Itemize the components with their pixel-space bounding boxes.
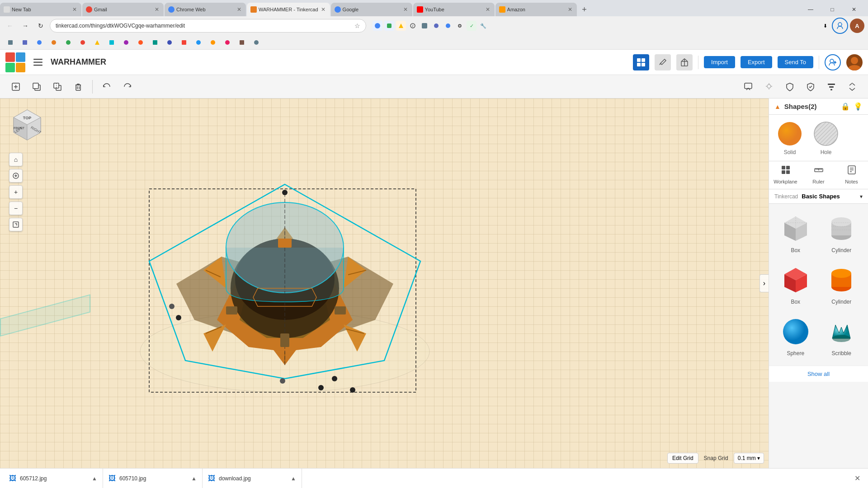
- shapes-light-icon[interactable]: 💡: [854, 102, 863, 111]
- bookmark-6[interactable]: [76, 37, 90, 48]
- snap-grid-value[interactable]: 0.1 mm ▾: [734, 453, 764, 464]
- ruler-tab[interactable]: Ruler: [802, 161, 835, 189]
- bookmark-2[interactable]: [18, 37, 32, 48]
- url-bar[interactable]: tinkercad.com/things/dtkWOGVCgqe-warhamm…: [50, 19, 366, 33]
- tab-6[interactable]: YouTube ✕: [413, 3, 495, 16]
- bookmark-17[interactable]: [235, 37, 249, 48]
- comment-button[interactable]: [740, 78, 757, 95]
- tab-4-tinkercad[interactable]: WARHAMMER - Tinkercad ✕: [247, 3, 330, 16]
- shape-card-sphere-blue[interactable]: Sphere: [774, 312, 817, 360]
- view-cube[interactable]: TOP LEFT RIGHT FRONT: [9, 108, 45, 144]
- panel-toggle[interactable]: ›: [760, 274, 769, 292]
- download-chevron-3[interactable]: ▲: [291, 475, 296, 482]
- hole-shape-item[interactable]: Hole: [812, 120, 840, 155]
- bookmark-4[interactable]: [47, 37, 61, 48]
- ext-icon-wrench[interactable]: 🔧: [478, 21, 488, 31]
- ext-icon-1[interactable]: [373, 21, 382, 31]
- tab-4-close[interactable]: ✕: [320, 5, 326, 14]
- ext-icon-5[interactable]: [420, 21, 429, 31]
- bookmark-14[interactable]: [192, 37, 205, 48]
- tab-6-close[interactable]: ✕: [485, 5, 491, 14]
- ext-icon-download[interactable]: ⬇: [820, 21, 830, 31]
- bookmark-3[interactable]: [33, 37, 46, 48]
- close-button[interactable]: ✕: [844, 3, 864, 16]
- new-shape-button[interactable]: [7, 78, 24, 95]
- shield-button[interactable]: [781, 78, 798, 95]
- bookmark-1[interactable]: [4, 37, 17, 48]
- ext-icon-7[interactable]: [443, 21, 453, 31]
- download-item-1[interactable]: 🖼 605712.jpg ▲: [4, 469, 103, 488]
- tab-7[interactable]: Amazon ✕: [495, 3, 577, 16]
- hamburger-menu[interactable]: [31, 55, 45, 70]
- undo-button[interactable]: [98, 78, 115, 95]
- light-button[interactable]: [760, 78, 778, 95]
- import-button[interactable]: Import: [704, 56, 735, 68]
- ext-icon-settings[interactable]: ⚙: [455, 21, 465, 31]
- bookmark-15[interactable]: [206, 37, 220, 48]
- bookmark-9[interactable]: [119, 37, 133, 48]
- package-button[interactable]: [676, 54, 693, 70]
- download-chevron-2[interactable]: ▲: [191, 475, 197, 482]
- shape-card-cylinder-orange[interactable]: Cylinder: [821, 261, 863, 309]
- edit-grid-button[interactable]: Edit Grid: [667, 453, 698, 464]
- flip-button[interactable]: [844, 78, 861, 95]
- ext-icon-3[interactable]: [396, 21, 406, 31]
- ext-icon-6[interactable]: [431, 21, 441, 31]
- tab-7-close[interactable]: ✕: [567, 5, 573, 14]
- shapes-collapse-icon[interactable]: ▲: [774, 103, 781, 110]
- ext-icon-4[interactable]: Z: [408, 21, 418, 31]
- new-tab-button[interactable]: +: [578, 3, 591, 16]
- profile-avatar[interactable]: A: [850, 19, 864, 33]
- redo-button[interactable]: [119, 78, 136, 95]
- shape-card-scribble[interactable]: Scribble: [821, 312, 863, 360]
- add-profile-button[interactable]: [832, 18, 848, 34]
- zoom-out-button[interactable]: −: [9, 202, 23, 215]
- delete-button[interactable]: [70, 78, 87, 95]
- bookmark-8[interactable]: [105, 37, 118, 48]
- duplicate-button[interactable]: [49, 78, 66, 95]
- minimize-button[interactable]: —: [800, 3, 821, 16]
- shape-card-box-red[interactable]: Box: [774, 261, 817, 309]
- tab-1-close[interactable]: ✕: [71, 5, 78, 14]
- add-user-button[interactable]: [825, 54, 841, 70]
- download-item-2[interactable]: 🖼 605710.jpg ▲: [103, 469, 203, 488]
- bookmark-16[interactable]: [221, 37, 234, 48]
- tab-2-close[interactable]: ✕: [154, 5, 160, 14]
- shield-check-button[interactable]: [802, 78, 819, 95]
- fit-view-button[interactable]: ⌂: [9, 153, 23, 166]
- bookmark-12[interactable]: [163, 37, 176, 48]
- maximize-button[interactable]: □: [822, 3, 843, 16]
- forward-button[interactable]: →: [19, 19, 32, 32]
- tab-3-close[interactable]: ✕: [236, 5, 242, 14]
- tab-5-close[interactable]: ✕: [402, 5, 409, 14]
- send-to-button[interactable]: Send To: [778, 56, 813, 68]
- export-button[interactable]: Export: [741, 56, 772, 68]
- align-button[interactable]: [823, 78, 840, 95]
- refresh-button[interactable]: ↻: [34, 19, 47, 32]
- bookmark-icon[interactable]: ☆: [354, 22, 360, 29]
- copy-button[interactable]: [28, 78, 45, 95]
- workplane-tab[interactable]: Workplane: [769, 161, 802, 189]
- tab-2[interactable]: Gmail ✕: [82, 3, 164, 16]
- shapes-lock-icon[interactable]: 🔒: [841, 102, 850, 111]
- ext-icon-check[interactable]: ✓: [467, 21, 476, 31]
- bookmark-13[interactable]: [177, 37, 191, 48]
- notes-tab[interactable]: Notes: [835, 161, 868, 189]
- tab-3[interactable]: Chrome Web ✕: [165, 3, 246, 16]
- library-dropdown-chevron[interactable]: ▾: [860, 193, 863, 200]
- show-all-button[interactable]: Show all: [769, 366, 868, 382]
- tab-1[interactable]: New Tab ✕: [0, 3, 81, 16]
- back-button[interactable]: ←: [4, 19, 16, 32]
- zoom-region-button[interactable]: [9, 218, 23, 231]
- shape-card-box-gray[interactable]: Box: [774, 209, 817, 257]
- tools-button[interactable]: [655, 54, 671, 70]
- download-chevron-1[interactable]: ▲: [92, 475, 97, 482]
- download-bar-close[interactable]: ✕: [850, 471, 864, 486]
- shape-card-cylinder-gray[interactable]: Cylinder: [821, 209, 863, 257]
- tinkercad-logo[interactable]: [5, 52, 25, 72]
- bookmark-10[interactable]: [134, 37, 147, 48]
- user-avatar[interactable]: [846, 54, 863, 70]
- ext-icon-2[interactable]: [384, 21, 394, 31]
- viewport[interactable]: TOP LEFT RIGHT FRONT ⌂ + −: [0, 99, 769, 468]
- tab-5[interactable]: Google ✕: [331, 3, 412, 16]
